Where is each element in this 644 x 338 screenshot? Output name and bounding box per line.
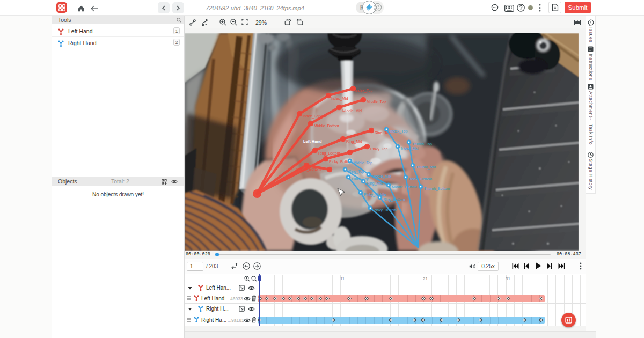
svg-text:Index_Mid: Index_Mid xyxy=(401,146,418,151)
svg-text:Ring_Bottom: Ring_Bottom xyxy=(383,197,405,202)
svg-text:Index_Bottom: Index_Bottom xyxy=(409,177,432,181)
svg-text:Ring_Top: Ring_Top xyxy=(348,170,364,174)
svg-text:Pinky_Top: Pinky_Top xyxy=(370,147,387,151)
svg-text:Middle_Bottom: Middle_Bottom xyxy=(392,185,417,189)
svg-text:Pinky_Bottom: Pinky_Bottom xyxy=(374,208,397,212)
svg-text:Thumb_Mid: Thumb_Mid xyxy=(416,165,436,170)
svg-text:Index_Top: Index_Top xyxy=(390,129,407,134)
svg-text:Index_Top: Index_Top xyxy=(355,89,372,93)
svg-text:Ring_Mid: Ring_Mid xyxy=(346,139,362,144)
svg-text:Pinky_Top: Pinky_Top xyxy=(352,177,369,181)
svg-text:Middle_Top: Middle_Top xyxy=(353,161,372,165)
svg-text:Middle_Mid: Middle_Mid xyxy=(372,174,391,179)
svg-text:Pinky_Middle: Pinky_Middle xyxy=(364,193,386,197)
svg-text:Middle_Top: Middle_Top xyxy=(367,100,386,104)
svg-text:Index_Mid: Index_Mid xyxy=(331,97,348,101)
svg-text:Thumb_Bottom: Thumb_Bottom xyxy=(424,187,450,191)
svg-text:Ring_Mid: Ring_Mid xyxy=(367,181,383,186)
svg-text:Middle_Mid: Middle_Mid xyxy=(342,109,362,113)
svg-text:Left Hand: Left Hand xyxy=(303,139,322,144)
svg-text:Middle_Bottom: Middle_Bottom xyxy=(314,124,339,128)
svg-text:Index_Bottom: Index_Bottom xyxy=(303,114,326,119)
svg-text:Ring_Bottom: Ring_Bottom xyxy=(318,151,340,156)
svg-text:Thumb_Top: Thumb_Top xyxy=(412,142,432,146)
svg-text:Thumb_Bottom: Thumb_Bottom xyxy=(295,167,321,172)
